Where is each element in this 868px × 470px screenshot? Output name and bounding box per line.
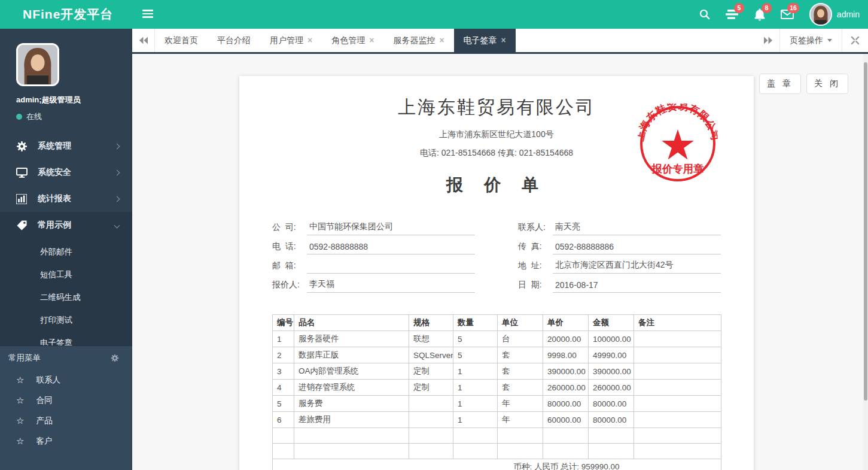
quote-items-table: 编号 品名 规格 数量 单位 单价 金额 备注 1服务器硬件联想5台20000.… xyxy=(272,314,721,470)
col-header: 规格 xyxy=(409,315,453,331)
fax-field[interactable]: 0592-88888886 xyxy=(553,242,721,254)
col-header: 金额 xyxy=(589,315,634,331)
stamp-button[interactable]: 盖 章 xyxy=(759,74,801,94)
tabs-scroll-right-icon[interactable] xyxy=(757,29,779,52)
sidebar: admin;超级管理员 在线 系统管理 系统安全 统计报表 xyxy=(0,29,132,470)
col-header: 数量 xyxy=(453,315,498,331)
table-row: 6差旅费用1年60000.0080000.00 xyxy=(273,412,721,428)
favorite-item-contacts[interactable]: ☆联系人 xyxy=(0,370,132,390)
sidebar-nav: 系统管理 系统安全 统计报表 常用示例 外部邮件 短信工具 xyxy=(0,133,132,362)
topbar-avatar[interactable] xyxy=(809,3,832,26)
col-header: 单位 xyxy=(498,315,543,331)
field-label: 日 期: xyxy=(518,280,553,293)
tab-close-icon[interactable]: × xyxy=(439,35,444,45)
app-logo: NFine开发平台 xyxy=(23,0,113,29)
monitor-icon xyxy=(16,166,28,178)
favorites-title: 常用菜单 xyxy=(8,353,41,362)
favorite-label: 联系人 xyxy=(36,375,60,386)
sidebar-item-label: 系统安全 xyxy=(38,167,71,178)
favorite-item-customer[interactable]: ☆客户 xyxy=(0,431,132,451)
favorite-item-product[interactable]: ☆产品 xyxy=(0,411,132,431)
vertical-scrollbar[interactable] xyxy=(863,54,868,470)
sidebar-item-label: 统计报表 xyxy=(38,193,71,204)
topbar-actions: 5 8 16 admin xyxy=(691,0,860,29)
tasks-icon[interactable]: 5 xyxy=(718,0,746,29)
sidebar-item-examples[interactable]: 常用示例 xyxy=(0,212,132,238)
field-label: 联系人: xyxy=(518,222,553,235)
company-field[interactable]: 中国节能环保集团公司 xyxy=(307,222,475,235)
tab-server-monitor[interactable]: 服务器监控× xyxy=(383,29,453,52)
table-empty-row xyxy=(273,444,721,459)
field-label: 邮 箱: xyxy=(272,260,307,274)
date-field[interactable]: 2016-08-17 xyxy=(553,280,721,293)
submenu-item-sms-tool[interactable]: 短信工具 xyxy=(0,263,132,286)
main-content: 盖 章 关 闭 上海东鞋贸易有限公司 上海市浦东新区世纪大道100号 电话: 0… xyxy=(132,54,868,470)
sidebar-item-system-security[interactable]: 系统安全 xyxy=(0,159,132,186)
col-header: 单价 xyxy=(543,315,589,331)
tabs-scroll-left-icon[interactable] xyxy=(132,29,155,52)
tab-close-icon[interactable]: × xyxy=(307,35,312,45)
tasks-badge: 5 xyxy=(734,3,744,13)
bar-chart-icon xyxy=(16,193,28,205)
submenu-item-qrcode[interactable]: 二维码生成 xyxy=(0,286,132,309)
table-row: 3OA内部管理系统定制1套390000.00390000.00 xyxy=(273,363,721,380)
col-header: 备注 xyxy=(634,315,721,331)
tab-operations-label: 页签操作 xyxy=(790,35,823,46)
user-avatar[interactable] xyxy=(16,43,59,86)
star-icon: ☆ xyxy=(16,375,24,386)
examples-submenu: 外部邮件 短信工具 二维码生成 打印测试 电子签章 xyxy=(0,238,132,362)
open-tabs: 欢迎首页 平台介绍 用户管理× 角色管理× 服务器监控× 电子签章× xyxy=(155,29,757,52)
favorites-settings-icon[interactable] xyxy=(111,354,119,362)
sidebar-item-system-manage[interactable]: 系统管理 xyxy=(0,133,132,159)
search-icon[interactable] xyxy=(691,0,718,29)
mail-icon[interactable]: 16 xyxy=(773,0,801,29)
tab-close-icon[interactable]: × xyxy=(369,35,374,45)
phone-field[interactable]: 0592-88888888 xyxy=(307,242,475,254)
tab-platform-intro[interactable]: 平台介绍 xyxy=(208,29,260,52)
tab-role-manage[interactable]: 角色管理× xyxy=(322,29,383,52)
tab-operations-dropdown[interactable]: 页签操作 xyxy=(779,29,842,52)
email-field[interactable] xyxy=(307,262,475,274)
tab-user-manage[interactable]: 用户管理× xyxy=(260,29,322,52)
sidebar-item-label: 常用示例 xyxy=(38,220,71,231)
star-icon: ☆ xyxy=(16,436,24,447)
tab-esign[interactable]: 电子签章× xyxy=(454,29,516,52)
submenu-item-external-mail[interactable]: 外部邮件 xyxy=(0,241,132,263)
chevron-down-icon xyxy=(114,222,120,228)
submenu-item-print-test[interactable]: 打印测试 xyxy=(0,309,132,332)
star-icon: ☆ xyxy=(16,395,24,406)
star-icon: ☆ xyxy=(16,416,24,426)
table-empty-row xyxy=(273,428,721,444)
field-label: 传 真: xyxy=(518,241,553,254)
quoter-field[interactable]: 李天福 xyxy=(307,279,475,293)
close-button[interactable]: 关 闭 xyxy=(806,74,848,94)
bell-icon[interactable]: 8 xyxy=(746,0,773,29)
form-right-column: 联系人:南天亮 传 真:0592-88888886 地 址:北京市海淀区西直门北… xyxy=(518,216,721,293)
contact-field[interactable]: 南天亮 xyxy=(553,222,721,235)
mail-badge: 16 xyxy=(787,3,799,13)
scrollbar-thumb[interactable] xyxy=(864,62,867,401)
tab-close-icon[interactable]: × xyxy=(501,35,506,45)
table-total-row: 币种: 人民币 总计: 959990.00 xyxy=(273,459,721,470)
seal-bottom-text: 报价专用章 xyxy=(651,163,704,175)
table-header-row: 编号 品名 规格 数量 单位 单价 金额 备注 xyxy=(273,315,721,331)
sidebar-item-label: 系统管理 xyxy=(38,141,71,151)
user-status: 在线 xyxy=(16,111,132,122)
field-label: 公 司: xyxy=(272,222,307,235)
sidebar-item-report[interactable]: 统计报表 xyxy=(0,186,132,212)
gear-icon xyxy=(16,140,28,152)
menu-toggle-icon[interactable] xyxy=(142,10,153,19)
favorite-item-contract[interactable]: ☆合同 xyxy=(0,390,132,411)
col-header: 品名 xyxy=(294,315,409,331)
address-field[interactable]: 北京市海淀区西直门北大街42号 xyxy=(553,260,721,274)
favorites-panel: 常用菜单 ☆联系人 ☆合同 ☆产品 ☆客户 xyxy=(0,345,132,470)
user-name: admin;超级管理员 xyxy=(16,95,132,105)
form-left-column: 公 司:中国节能环保集团公司 电 话:0592-88888888 邮 箱: 报价… xyxy=(272,216,475,293)
online-dot-icon xyxy=(16,114,22,120)
tab-welcome[interactable]: 欢迎首页 xyxy=(155,29,208,52)
tab-controls: 页签操作 xyxy=(757,29,868,52)
online-label: 在线 xyxy=(26,111,42,122)
fullscreen-icon[interactable] xyxy=(842,29,868,52)
field-label: 电 话: xyxy=(272,241,307,254)
table-row: 1服务器硬件联想5台20000.00100000.00 xyxy=(273,331,721,347)
